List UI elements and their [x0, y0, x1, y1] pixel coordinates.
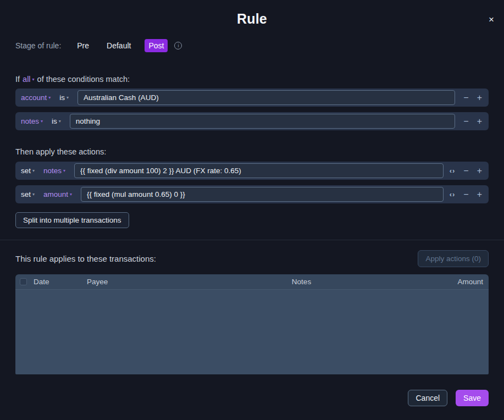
rule-dialog: Rule × Stage of rule: Pre Default Post i… [0, 0, 504, 420]
save-button[interactable]: Save [456, 390, 489, 406]
action-verb-dropdown[interactable]: set ▾ [21, 190, 35, 198]
column-header-notes: Notes [186, 278, 417, 286]
action-verb-value: set [21, 167, 31, 175]
template-code-icon[interactable]: ‹› [450, 167, 456, 174]
condition-rows: account ▾ is ▾ − + notes ▾ is ▾ − + [15, 89, 489, 130]
condition-op-dropdown[interactable]: is ▾ [59, 93, 69, 102]
transactions-header: This rule applies to these transactions:… [15, 250, 489, 267]
chevron-down-icon: ▾ [59, 119, 61, 124]
add-action-icon[interactable]: + [477, 167, 482, 175]
transactions-table: Date Payee Notes Amount [15, 274, 489, 374]
select-all-checkbox[interactable] [20, 278, 27, 285]
action-value-input[interactable] [74, 163, 444, 178]
chevron-down-icon: ▾ [48, 95, 51, 100]
condition-row: notes ▾ is ▾ − + [15, 112, 489, 130]
stage-option-pre[interactable]: Pre [73, 39, 93, 52]
info-icon[interactable]: i [174, 42, 182, 49]
action-field-dropdown[interactable]: notes ▾ [43, 167, 65, 175]
conditions-prefix: If [15, 75, 20, 84]
conditions-operator-value: all [23, 75, 31, 84]
action-field-value: notes [43, 167, 62, 175]
remove-action-icon[interactable]: − [463, 167, 468, 175]
table-body-empty [15, 290, 489, 374]
stage-row: Stage of rule: Pre Default Post i [15, 39, 489, 52]
action-rows: set ▾ notes ▾ ‹› − + set ▾ amount ▾ ‹› − [15, 162, 489, 203]
dialog-footer: Cancel Save [408, 390, 489, 406]
action-verb-dropdown[interactable]: set ▾ [21, 167, 35, 175]
stage-option-default[interactable]: Default [103, 39, 135, 52]
chevron-down-icon: ▾ [70, 192, 72, 197]
transactions-heading: This rule applies to these transactions: [15, 254, 156, 263]
add-condition-icon[interactable]: + [477, 117, 482, 126]
stage-label: Stage of rule: [15, 41, 61, 50]
chevron-down-icon: ▾ [32, 168, 35, 173]
add-action-icon[interactable]: + [477, 190, 482, 199]
section-divider [0, 240, 504, 240]
action-verb-value: set [21, 190, 31, 198]
column-header-date: Date [34, 278, 87, 286]
condition-op-value: is [52, 117, 57, 125]
actions-heading: Then apply these actions: [15, 147, 489, 156]
close-icon[interactable]: × [489, 15, 494, 24]
template-code-icon[interactable]: ‹› [450, 191, 456, 198]
condition-op-value: is [59, 93, 65, 102]
split-transactions-button[interactable]: Split into multiple transactions [15, 212, 129, 228]
condition-value-input[interactable] [77, 90, 455, 105]
dialog-title: Rule [15, 11, 489, 27]
table-header-row: Date Payee Notes Amount [15, 274, 489, 290]
apply-actions-button[interactable]: Apply actions (0) [418, 250, 489, 267]
action-row: set ▾ amount ▾ ‹› − + [15, 185, 489, 203]
cancel-button[interactable]: Cancel [408, 390, 447, 406]
remove-action-icon[interactable]: − [463, 190, 468, 199]
remove-condition-icon[interactable]: − [463, 117, 468, 126]
action-row: set ▾ notes ▾ ‹› − + [15, 162, 489, 180]
condition-field-dropdown[interactable]: notes ▾ [21, 117, 43, 125]
action-field-value: amount [43, 190, 68, 198]
condition-row: account ▾ is ▾ − + [15, 89, 489, 107]
condition-field-value: notes [21, 117, 39, 125]
chevron-down-icon: ▾ [41, 119, 43, 124]
condition-field-dropdown[interactable]: account ▾ [21, 93, 51, 102]
condition-field-value: account [21, 93, 47, 102]
condition-op-dropdown[interactable]: is ▾ [52, 117, 61, 125]
stage-option-post[interactable]: Post [145, 39, 168, 52]
action-value-input[interactable] [81, 187, 444, 202]
add-condition-icon[interactable]: + [477, 93, 482, 102]
chevron-down-icon: ▾ [67, 95, 69, 100]
column-header-payee: Payee [87, 278, 186, 286]
condition-value-input[interactable] [70, 114, 456, 129]
conditions-heading: If all ▾ of these conditions match: [15, 75, 489, 84]
action-field-dropdown[interactable]: amount ▾ [43, 190, 72, 198]
chevron-down-icon: ▾ [32, 77, 35, 82]
conditions-operator-dropdown[interactable]: all ▾ [23, 75, 35, 84]
column-header-amount: Amount [417, 278, 483, 286]
chevron-down-icon: ▾ [63, 168, 65, 173]
chevron-down-icon: ▾ [32, 192, 35, 197]
conditions-suffix: of these conditions match: [37, 75, 130, 84]
remove-condition-icon[interactable]: − [463, 93, 468, 102]
